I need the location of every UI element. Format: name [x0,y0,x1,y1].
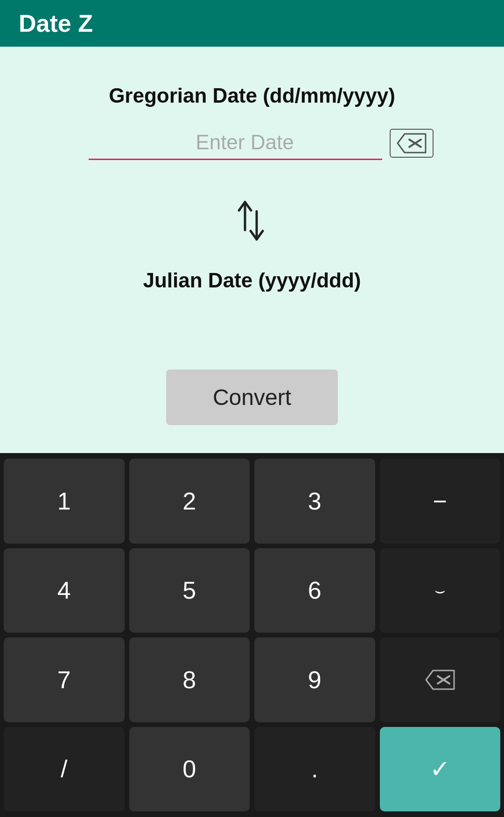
app-bar-title: Date Z [19,9,93,37]
backspace-svg-icon [395,132,428,155]
key-backspace[interactable] [380,637,501,722]
checkmark-icon: ✓ [430,755,450,783]
gregorian-label: Gregorian Date (dd/mm/yyyy) [109,84,395,107]
key-3[interactable]: 3 [254,459,375,544]
key-9[interactable]: 9 [254,637,375,722]
svg-marker-5 [426,670,454,689]
key-dot[interactable]: . [254,727,375,812]
key-6[interactable]: 6 [254,548,375,633]
arrows-svg [233,197,271,244]
key-0[interactable]: 0 [129,727,250,812]
convert-arrows-icon [233,197,271,250]
key-8[interactable]: 8 [129,637,250,722]
key-7[interactable]: 7 [4,637,125,722]
key-slash[interactable]: / [4,727,125,812]
svg-marker-0 [398,134,426,153]
key-enter[interactable]: ✓ [380,727,501,812]
keyboard-backspace-icon [424,668,456,691]
key-2[interactable]: 2 [129,459,250,544]
key-4[interactable]: 4 [4,548,125,633]
app-bar: Date Z [0,0,504,47]
input-backspace-icon [395,132,428,155]
key-1[interactable]: 1 [4,459,125,544]
key-space[interactable]: ⌣ [380,548,501,633]
julian-label: Julian Date (yyyy/ddd) [143,269,361,292]
keyboard: 1 2 3 − 4 5 6 ⌣ 7 8 9 / 0 . ✓ [0,453,504,817]
key-minus[interactable]: − [380,459,501,544]
main-content: Gregorian Date (dd/mm/yyyy) Julian Date [0,47,504,453]
date-input-row [89,126,415,160]
date-input[interactable] [89,126,382,160]
input-clear-button[interactable] [390,129,434,158]
convert-button[interactable]: Convert [166,370,338,425]
key-5[interactable]: 5 [129,548,250,633]
